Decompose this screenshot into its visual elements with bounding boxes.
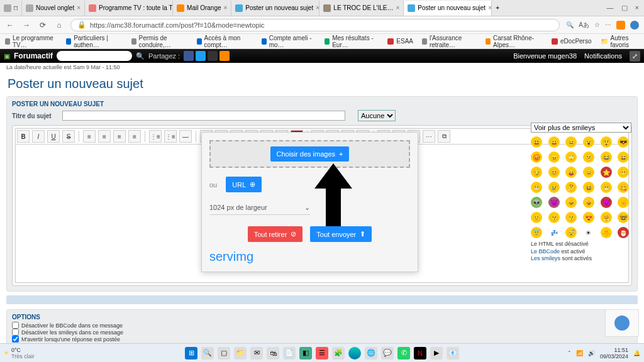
align-left-button[interactable]: ≡ (83, 130, 96, 143)
smiley-item[interactable]: 😐 (565, 136, 577, 148)
smiley-item[interactable]: 😎 (618, 136, 629, 148)
subject-input[interactable] (62, 111, 345, 121)
bookmark-item[interactable]: Accès à mon compt… (197, 35, 253, 48)
close-icon[interactable]: × (77, 4, 80, 11)
smiley-item[interactable]: 😗 (565, 212, 577, 223)
smiley-item[interactable]: 👿 (601, 197, 612, 208)
align-center-button[interactable]: ≡ (98, 130, 111, 143)
smiley-item[interactable]: 😁 (601, 182, 612, 193)
width-select[interactable]: 1024 px de largeur⌄ (209, 201, 310, 215)
more-bookmarks[interactable]: 📁Autres favoris (601, 35, 640, 48)
smileys-select[interactable]: Voir plus de smileys (531, 123, 631, 133)
smiley-item[interactable]: 😆 (583, 182, 594, 193)
hr-button[interactable]: — (179, 130, 192, 143)
tab-1[interactable]: Nouvel onglet× (22, 1, 85, 16)
dropzone[interactable]: Choisir des images+ (209, 140, 410, 168)
weather-widget[interactable]: ☀ 0°CTrès clair (4, 347, 35, 359)
smiley-item[interactable]: 😕 (583, 151, 594, 163)
bold-button[interactable]: B (17, 130, 30, 143)
maximize-icon[interactable]: ▢ (621, 4, 628, 12)
smiley-item[interactable]: 🤔 (565, 182, 577, 193)
app-icon[interactable]: ▶ (430, 347, 443, 359)
smiley-item[interactable]: 😑 (583, 167, 594, 178)
close-window-icon[interactable]: × (635, 4, 639, 12)
home-icon[interactable]: ⌂ (54, 20, 64, 30)
smiley-item[interactable]: 😙 (548, 212, 560, 223)
search-icon[interactable]: 🔍 (136, 52, 145, 60)
app-icon[interactable]: ◧ (299, 347, 312, 359)
option-notify-reply[interactable]: M'avertir lorsqu'une réponse est postée (12, 336, 632, 343)
app-icon[interactable]: 🧩 (332, 347, 345, 359)
bookmark-item[interactable]: Permis de conduire,… (131, 35, 188, 48)
rss-icon[interactable] (219, 51, 230, 61)
smiley-item[interactable]: 😄 (618, 151, 629, 163)
smiley-item[interactable]: 🎅 (618, 227, 629, 238)
notifications-icon[interactable]: 🔔 (633, 350, 640, 356)
smiley-item[interactable]: 😺 (583, 197, 594, 208)
smiley-item[interactable]: 🤗 (601, 212, 612, 223)
strike-button[interactable]: S (62, 130, 75, 143)
servimg-brand[interactable]: servimg (209, 250, 410, 264)
bookmark-item[interactable]: Compte ameli - mo… (262, 35, 316, 48)
option-disable-bbcode[interactable]: Désactiver le BBCode dans ce message (12, 322, 632, 329)
smiley-item[interactable]: 😢 (548, 182, 560, 193)
smiley-item[interactable]: 🤓 (618, 212, 629, 223)
smiley-item[interactable]: 😶 (618, 167, 629, 178)
smiley-item[interactable]: 😴 (565, 227, 577, 238)
store-icon[interactable]: 🛍 (267, 347, 279, 359)
remove-all-button[interactable]: Tout retirer⊘ (248, 226, 303, 242)
bookmark-item[interactable]: Particuliers | authen… (66, 35, 122, 48)
close-icon[interactable]: × (316, 4, 319, 11)
twitter-icon[interactable] (196, 51, 206, 61)
forum-search-input[interactable] (57, 51, 132, 61)
tab-4[interactable]: Poster un nouveau sujet× (231, 1, 319, 16)
url-input[interactable]: 🔒 https://amc38.forumactif.com/post?f=10… (70, 19, 560, 31)
bbcode-link[interactable]: Le BBCode (531, 248, 560, 255)
app-icon[interactable]: 📧 (447, 347, 459, 359)
smiley-item[interactable]: 😀 (548, 136, 560, 148)
wifi-icon[interactable]: 📶 (576, 350, 583, 356)
forum-brand[interactable]: Forumactif (14, 52, 53, 60)
bookmark-item[interactable]: Mes résultats - Eur… (325, 35, 379, 48)
search-button[interactable]: 🔍 (201, 347, 214, 359)
url-button[interactable]: URL⊕ (226, 177, 262, 192)
whatsapp-icon[interactable]: ✆ (397, 347, 410, 359)
bookmark-item[interactable]: l'Assurance retraite… (422, 35, 477, 48)
extension-icon[interactable] (616, 21, 625, 30)
bookmark-item[interactable]: Le programme TV… (5, 35, 57, 48)
new-tab-button[interactable]: + (492, 1, 503, 16)
notifications-link[interactable]: Notifications (584, 52, 622, 60)
smiley-item[interactable]: 🙂 (531, 212, 542, 223)
facebook-icon[interactable] (184, 51, 194, 61)
edge-icon[interactable] (348, 347, 361, 359)
smiley-item[interactable]: 💤 (548, 227, 560, 238)
smiley-item[interactable]: 😇 (531, 227, 542, 238)
back-icon[interactable]: ← (5, 20, 15, 30)
reload-icon[interactable]: ⟳ (38, 20, 48, 30)
extension-icon-2[interactable] (630, 21, 639, 30)
smiley-item[interactable]: 🐥 (601, 227, 612, 238)
bookmark-item[interactable]: Carsat Rhône-Alpes… (486, 35, 543, 48)
app-icon[interactable]: 💬 (381, 347, 394, 359)
smiley-item[interactable]: 😠 (548, 151, 560, 163)
volume-icon[interactable]: 🔊 (588, 350, 595, 356)
smiley-item[interactable]: 😋 (618, 182, 629, 193)
smiley-item[interactable]: 👽 (531, 197, 542, 208)
zoom-indicator[interactable]: 🔍 (566, 21, 574, 28)
expand-icon[interactable]: ⤢ (630, 51, 640, 62)
smiley-item[interactable]: ⭐ (601, 167, 612, 178)
smiley-item[interactable]: 😛 (565, 167, 577, 178)
favorite-icon[interactable]: ☆ (594, 21, 600, 28)
align-justify-button[interactable]: ≡ (128, 130, 141, 143)
source-button[interactable]: ⧉ (438, 130, 450, 143)
forward-icon[interactable]: → (21, 20, 31, 30)
option-disable-smileys[interactable]: Désactiver les smileys dans ce message (12, 329, 632, 336)
bookmark-item[interactable]: ESAA (387, 38, 413, 45)
choose-images-button[interactable]: Choisir des images+ (270, 146, 350, 162)
align-right-button[interactable]: ≡ (113, 130, 126, 143)
recaptcha-badge[interactable] (605, 309, 639, 337)
list-ol-button[interactable]: ⋮≡ (164, 130, 177, 143)
list-ul-button[interactable]: ⋮≡ (149, 130, 162, 143)
tab-app[interactable]: □ (0, 1, 22, 16)
smiley-item[interactable]: 😍 (583, 212, 594, 223)
